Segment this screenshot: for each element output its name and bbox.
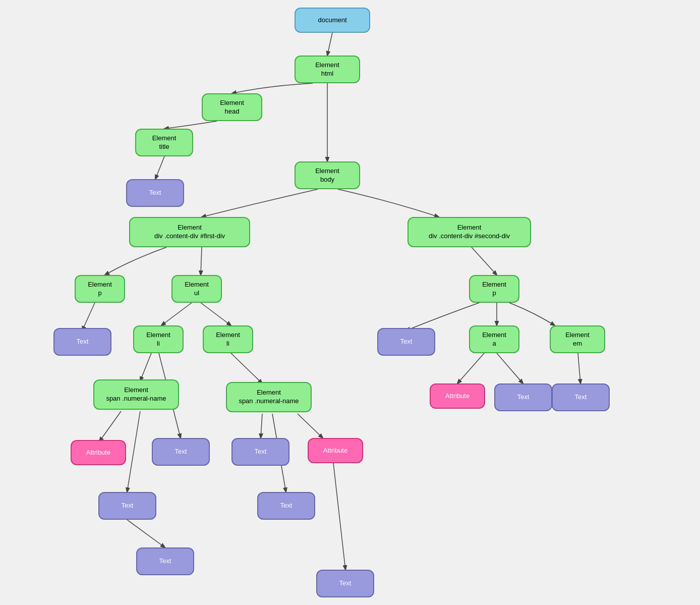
svg-line-19 <box>578 353 580 383</box>
node-span2: Elementspan .numeral-name <box>226 382 312 412</box>
svg-line-9 <box>99 411 121 442</box>
node-a-elem: Elementa <box>469 325 519 353</box>
node-body: Elementbody <box>295 161 360 189</box>
node-em-elem: Elementem <box>550 325 605 353</box>
node-span1: Elementspan .numeral-name <box>93 379 179 410</box>
svg-line-15 <box>472 247 497 275</box>
node-text-last2: Text <box>136 547 194 575</box>
node-first-div: Elementdiv .content-div #first-div <box>129 217 250 247</box>
svg-line-3 <box>201 247 202 275</box>
svg-line-2 <box>155 156 164 179</box>
svg-line-13 <box>298 414 323 438</box>
node-p1: Elementp <box>75 275 125 303</box>
node-text-p2: Text <box>377 328 435 356</box>
svg-line-18 <box>497 353 523 383</box>
node-text-li2: Text <box>231 438 289 466</box>
svg-line-0 <box>327 33 332 56</box>
node-li2: Elementli <box>203 325 253 353</box>
node-text-p1: Text <box>53 328 111 356</box>
node-second-div: Elementdiv .content-div #second-div <box>407 217 531 247</box>
svg-line-5 <box>161 303 192 325</box>
node-attr1: Attribute <box>71 440 126 465</box>
svg-line-21 <box>127 520 165 547</box>
node-head: Elementhead <box>202 93 262 121</box>
node-text-span2: Text <box>257 492 315 520</box>
node-text-span1: Text <box>98 492 156 520</box>
svg-line-12 <box>261 414 262 438</box>
svg-line-6 <box>201 303 231 325</box>
node-text-title: Text <box>126 179 184 207</box>
node-p2: Elementp <box>469 275 519 303</box>
node-text-em: Text <box>552 383 610 411</box>
svg-line-17 <box>457 353 484 383</box>
node-title: Elementtitle <box>135 129 193 156</box>
node-attr3: Attribute <box>430 383 485 409</box>
node-document: document <box>295 8 370 33</box>
diagram-container: document Elementhtml Elementhead Element… <box>0 0 700 605</box>
node-ul: Elementul <box>171 275 222 303</box>
node-attr2: Attribute <box>308 438 363 463</box>
node-text-last1: Text <box>316 570 374 597</box>
svg-line-10 <box>127 411 140 492</box>
node-text-a: Text <box>494 383 552 411</box>
svg-line-4 <box>82 303 95 331</box>
node-html: Elementhtml <box>295 56 360 83</box>
svg-line-7 <box>140 353 151 381</box>
node-li1: Elementli <box>133 325 184 353</box>
node-text-li1: Text <box>152 438 210 466</box>
svg-line-20 <box>333 463 345 570</box>
svg-line-8 <box>231 353 262 383</box>
